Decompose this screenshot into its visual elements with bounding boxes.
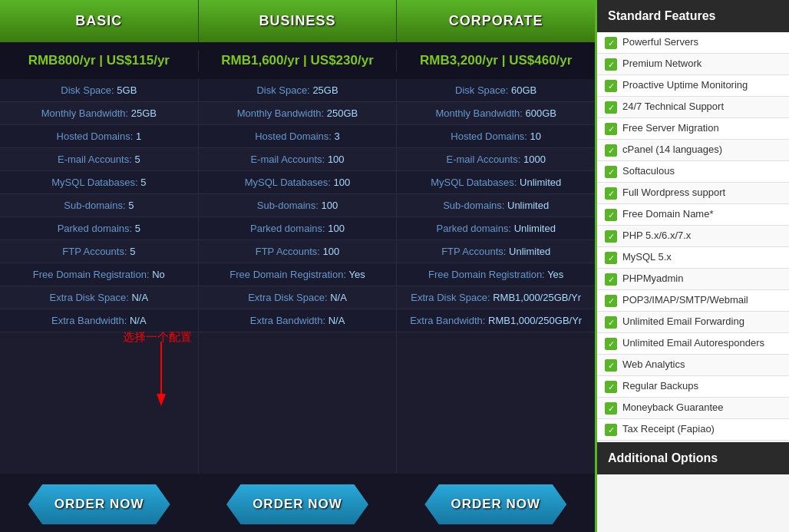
check-icon: ✓ — [605, 381, 617, 393]
feature-label: Premium Network — [622, 58, 702, 71]
plan-price-basic: RMB800/yr | US$115/yr — [0, 50, 199, 71]
check-icon: ✓ — [605, 424, 617, 436]
plan-header-basic: BASIC — [0, 0, 199, 42]
check-icon: ✓ — [605, 252, 617, 264]
features-header: Standard Features — [597, 0, 789, 32]
feature-item: ✓PHP 5.x/6.x/7.x — [597, 226, 789, 247]
plan-feature-row: E-mail Accounts: 5 — [0, 148, 198, 171]
additional-options-header: Additional Options — [597, 442, 789, 474]
plan-col-business: Disk Space: 25GBMonthly Bandwidth: 250GB… — [199, 79, 398, 474]
plan-feature-row: Disk Space: 60GB — [397, 79, 595, 102]
feature-item: ✓Unlimited Email Autoresponders — [597, 333, 789, 355]
feature-item: ✓PHPMyadmin — [597, 269, 789, 290]
feature-label: 24/7 Technical Support — [622, 101, 724, 114]
feature-label: Unlimited Email Autoresponders — [622, 337, 764, 350]
feature-label: Full Wordpress support — [622, 187, 725, 200]
plans-header: BASICBUSINESSCORPORATE — [0, 0, 595, 42]
order-now-button-corporate[interactable]: ORDER NOW — [424, 484, 566, 524]
plan-feature-row: Parked domains: 100 — [199, 217, 397, 240]
check-icon: ✓ — [605, 230, 617, 243]
check-icon: ✓ — [605, 58, 617, 71]
feature-item: ✓Regular Backups — [597, 376, 789, 398]
feature-label: Regular Backups — [622, 380, 698, 393]
feature-item: ✓Web Analytics — [597, 355, 789, 376]
order-now-button-basic[interactable]: ORDER NOW — [28, 484, 170, 524]
order-cell-business: ORDER NOW — [198, 484, 396, 524]
order-cell-basic: ORDER NOW — [0, 484, 198, 524]
plan-price-corporate: RMB3,200/yr | US$460/yr — [397, 50, 595, 71]
plan-feature-row: Sub-domains: 100 — [199, 194, 397, 217]
feature-item: ✓Free Domain Name* — [597, 204, 789, 226]
feature-label: POP3/IMAP/SMTP/Webmail — [622, 294, 748, 307]
plan-feature-row: Disk Space: 25GB — [199, 79, 397, 102]
feature-item: ✓cPanel (14 languages) — [597, 140, 789, 161]
check-icon: ✓ — [605, 316, 617, 329]
plan-feature-row: FTP Accounts: Unlimited — [397, 240, 595, 263]
check-icon: ✓ — [605, 402, 617, 415]
check-icon: ✓ — [605, 295, 617, 307]
plan-col-corporate: Disk Space: 60GBMonthly Bandwidth: 600GB… — [397, 79, 595, 474]
check-icon: ✓ — [605, 273, 617, 286]
feature-item: ✓Full Wordpress support — [597, 183, 789, 204]
plan-feature-row: Monthly Bandwidth: 250GB — [199, 102, 397, 125]
plan-feature-row: FTP Accounts: 5 — [0, 240, 198, 263]
feature-label: Free Server Migration — [622, 122, 719, 135]
features-list: ✓Powerful Servers✓Premium Network✓Proact… — [597, 32, 789, 441]
order-row: ORDER NOWORDER NOWORDER NOW — [0, 474, 595, 532]
plan-feature-row: Sub-domains: 5 — [0, 194, 198, 217]
plan-header-corporate: CORPORATE — [397, 0, 595, 42]
plans-price-row: RMB800/yr | US$115/yrRMB1,600/yr | US$23… — [0, 42, 595, 79]
plans-body: Disk Space: 5GBMonthly Bandwidth: 25GBHo… — [0, 79, 595, 474]
check-icon: ✓ — [605, 144, 617, 157]
plan-feature-row: Parked domains: Unlimited — [397, 217, 595, 240]
plan-feature-row: Extra Disk Space: N/A — [199, 286, 397, 309]
feature-label: Powerful Servers — [622, 36, 698, 49]
feature-item: ✓MySQL 5.x — [597, 247, 789, 269]
feature-item: ✓Free Server Migration — [597, 118, 789, 140]
plan-feature-row: Extra Disk Space: N/A — [0, 286, 198, 309]
plan-feature-row: MySQL Databases: Unlimited — [397, 171, 595, 194]
feature-label: Web Analytics — [622, 359, 685, 372]
feature-label: MySQL 5.x — [622, 251, 672, 264]
plan-feature-row: FTP Accounts: 100 — [199, 240, 397, 263]
feature-label: Free Domain Name* — [622, 208, 714, 221]
plan-feature-row: Free Domain Registration: Yes — [397, 263, 595, 286]
plan-feature-row: Extra Bandwidth: N/A — [199, 309, 397, 332]
feature-label: Unlimited Email Forwarding — [622, 316, 744, 329]
order-now-button-business[interactable]: ORDER NOW — [226, 484, 368, 524]
feature-item: ✓Proactive Uptime Monitoring — [597, 75, 789, 97]
check-icon: ✓ — [605, 123, 617, 135]
plan-feature-row: Parked domains: 5 — [0, 217, 198, 240]
plan-feature-row: Sub-domains: Unlimited — [397, 194, 595, 217]
feature-item: ✓Powerful Servers — [597, 32, 789, 54]
feature-label: PHP 5.x/6.x/7.x — [622, 230, 691, 243]
plan-col-basic: Disk Space: 5GBMonthly Bandwidth: 25GBHo… — [0, 79, 199, 474]
plan-feature-row: Hosted Domains: 1 — [0, 125, 198, 148]
plan-feature-row: Free Domain Registration: No — [0, 263, 198, 286]
plan-feature-row: MySQL Databases: 100 — [199, 171, 397, 194]
feature-label: Tax Receipt (Fapiao) — [622, 423, 715, 436]
feature-label: Moneyback Guarantee — [622, 401, 724, 415]
feature-item: ✓Moneyback Guarantee — [597, 398, 789, 419]
check-icon: ✓ — [605, 80, 617, 92]
feature-item: ✓POP3/IMAP/SMTP/Webmail — [597, 290, 789, 312]
plan-feature-row: Free Domain Registration: Yes — [199, 263, 397, 286]
plan-feature-row: MySQL Databases: 5 — [0, 171, 198, 194]
check-icon: ✓ — [605, 101, 617, 114]
plan-price-business: RMB1,600/yr | US$230/yr — [199, 50, 398, 71]
check-icon: ✓ — [605, 187, 617, 200]
plan-feature-row: Hosted Domains: 10 — [397, 125, 595, 148]
check-icon: ✓ — [605, 37, 617, 49]
check-icon: ✓ — [605, 338, 617, 350]
plan-header-business: BUSINESS — [199, 0, 398, 42]
plan-feature-row: Extra Bandwidth: N/A — [0, 309, 198, 332]
feature-item: ✓24/7 Technical Support — [597, 97, 789, 118]
plan-feature-row: Extra Bandwidth: RMB1,000/250GB/Yr — [397, 309, 595, 332]
check-icon: ✓ — [605, 359, 617, 372]
feature-item: ✓Premium Network — [597, 54, 789, 75]
feature-item: ✓Tax Receipt (Fapiao) — [597, 419, 789, 441]
feature-label: PHPMyadmin — [622, 273, 683, 286]
features-section: Standard Features ✓Powerful Servers✓Prem… — [595, 0, 789, 532]
feature-item: ✓Softaculous — [597, 161, 789, 183]
plan-feature-row: Extra Disk Space: RMB1,000/25GB/Yr — [397, 286, 595, 309]
